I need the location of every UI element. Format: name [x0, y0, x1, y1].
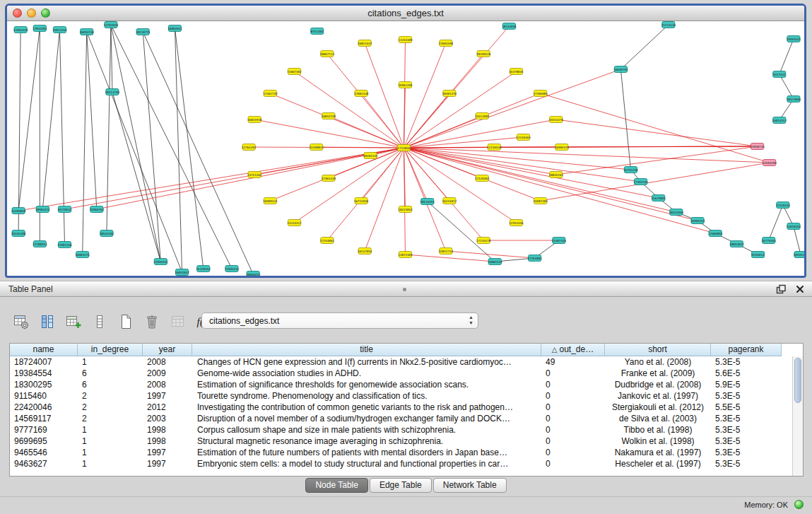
graph-node[interactable]: 17208943 — [33, 241, 47, 247]
graph-node[interactable]: 18903412 — [35, 206, 50, 213]
graph-node[interactable]: 16845918 — [247, 117, 262, 123]
float-panel-icon[interactable] — [775, 284, 786, 294]
graph-node[interactable]: 16648794 — [613, 66, 628, 73]
graph-node[interactable]: 9245012 — [752, 252, 765, 258]
graph-node[interactable]: 16715036 — [354, 198, 369, 204]
graph-node[interactable]: 15087305 — [534, 198, 548, 204]
table-settings-icon[interactable] — [11, 312, 31, 332]
close-window-button[interactable] — [13, 8, 22, 18]
graph-node[interactable]: 15590841 — [310, 144, 324, 151]
window-titlebar[interactable]: citations_edges.txt — [7, 6, 804, 21]
graph-node[interactable]: 15904763 — [90, 206, 105, 213]
tab-node-table[interactable]: Node Table — [305, 478, 368, 493]
graph-node[interactable]: 11056941 — [153, 259, 168, 265]
table-row[interactable]: 2242004622012Investigating the contribut… — [10, 402, 792, 413]
row-height-icon[interactable] — [90, 312, 110, 332]
tab-network-table[interactable]: Network Table — [433, 478, 507, 493]
memory-status-icon[interactable] — [794, 500, 804, 509]
graph-node[interactable]: 17210345 — [776, 202, 791, 209]
graph-node[interactable]: 18534454 — [420, 199, 435, 205]
graph-node[interactable]: 18694021 — [729, 241, 744, 247]
graph-node[interactable]: 19504321 — [787, 36, 801, 42]
graph-node[interactable]: 18390126 — [476, 51, 491, 57]
table-row[interactable]: 946554611997Estimation of the future num… — [10, 447, 792, 458]
graph-node[interactable]: 12764201 — [242, 144, 257, 151]
table-row[interactable]: 1938455462009Genome-wide association stu… — [10, 368, 792, 379]
graph-node[interactable]: 10802651 — [167, 25, 182, 32]
graph-node[interactable]: 15821734 — [439, 248, 454, 255]
graph-node[interactable]: 18224054 — [398, 206, 413, 213]
graph-node[interactable]: 15513902 — [475, 113, 490, 119]
graph-node[interactable]: 9227431 — [773, 71, 786, 78]
column-header-name[interactable]: name — [10, 344, 78, 356]
graph-node[interactable]: 16084120 — [488, 259, 502, 265]
graph-node[interactable]: 10945102 — [794, 252, 804, 258]
graph-node[interactable]: 17135278 — [476, 238, 491, 244]
table-row[interactable]: 977716911998Corpus callosum shape and si… — [10, 424, 792, 436]
graph-node[interactable]: 16779203 — [762, 238, 777, 244]
column-header-in_degree[interactable]: in_degree — [78, 344, 143, 356]
graph-node[interactable]: 18302145 — [363, 153, 378, 159]
graph-node[interactable]: 15679801 — [652, 195, 666, 201]
import-table-icon[interactable] — [168, 312, 188, 332]
graph-node[interactable]: 18301476 — [442, 90, 457, 97]
panel-drag-handle[interactable] — [403, 288, 406, 291]
graph-node[interactable]: 11254309 — [398, 37, 413, 43]
graph-node[interactable]: 11903420 — [13, 27, 28, 33]
graph-node[interactable]: 17485083 — [534, 90, 548, 97]
table-panel-header[interactable]: Table Panel — [0, 281, 812, 297]
table-row[interactable]: 1456911722003Disruption of a novel membe… — [10, 413, 792, 424]
graph-node[interactable]: 15958745 — [750, 144, 765, 150]
graph-node[interactable]: 14751262 — [247, 172, 262, 178]
graph-node[interactable]: 16909321 — [263, 198, 278, 204]
create-column-icon[interactable] — [64, 312, 83, 332]
table-source-select[interactable]: citations_edges.txt ▲▼ — [201, 313, 478, 329]
graph-node[interactable]: 18067114 — [320, 51, 335, 57]
tab-edge-table[interactable]: Edge Table — [370, 478, 432, 493]
graph-node[interactable]: 15234417 — [287, 220, 302, 226]
graph-node[interactable]: 16084275 — [76, 252, 90, 258]
graph-node[interactable]: 20513740 — [105, 89, 120, 95]
graph-node[interactable]: 8751304 — [311, 28, 324, 35]
graph-node[interactable]: 15513476 — [549, 117, 564, 123]
graph-node[interactable]: 16791250 — [623, 167, 638, 173]
new-table-icon[interactable] — [116, 312, 136, 332]
graph-node[interactable]: 12010354 — [787, 223, 801, 230]
graph-node[interactable]: 14702039 — [104, 22, 119, 28]
graph-node[interactable]: 18144036 — [502, 23, 517, 30]
graph-node[interactable]: 16824437 — [358, 40, 372, 47]
table-scrollbar[interactable] — [792, 356, 803, 476]
graph-node[interactable]: 15387426 — [552, 238, 567, 244]
graph-node[interactable]: 15724310 — [661, 22, 676, 28]
delete-table-icon[interactable] — [142, 312, 162, 332]
graph-node[interactable]: 25260850 — [11, 208, 26, 214]
network-view[interactable]: 1724056169094761883526115087305129543561… — [7, 21, 804, 276]
graph-node[interactable]: 16909476 — [555, 144, 570, 151]
graph-node[interactable]: 14872309 — [398, 252, 413, 258]
graph-node[interactable]: 13504209 — [763, 160, 777, 166]
graph-node[interactable]: 16842037 — [175, 269, 189, 276]
graph-node[interactable]: 16137054 — [358, 248, 372, 255]
table-row[interactable]: 1830029562008Estimation of significance … — [10, 379, 792, 390]
table-row[interactable]: 946362711997Embryonic stem cells: a mode… — [10, 458, 792, 469]
graph-node[interactable]: 17044301 — [33, 25, 47, 32]
graph-node[interactable]: 15812354 — [52, 27, 67, 33]
graph-node[interactable]: 18210775 — [136, 29, 151, 35]
column-header-out_de[interactable]: △out_de… — [541, 344, 605, 356]
graph-node[interactable]: 12116530 — [487, 144, 502, 151]
graph-node[interactable]: 17605894 — [708, 230, 723, 237]
graph-node[interactable]: 15310452 — [196, 266, 211, 272]
graph-node[interactable]: 16243017 — [442, 198, 457, 204]
graph-node[interactable]: 16478035 — [509, 69, 524, 75]
graph-node[interactable]: 17120463 — [475, 175, 490, 182]
table-row[interactable]: 1872400712008Changes of HCN gene express… — [10, 356, 792, 368]
close-panel-icon[interactable] — [794, 284, 805, 294]
column-header-title[interactable]: title — [192, 344, 541, 356]
graph-node[interactable]: 17604598 — [439, 40, 454, 47]
graph-node[interactable]: 16770541 — [57, 206, 72, 213]
graph-node[interactable]: 17604231 — [225, 266, 240, 272]
graph-node[interactable]: 18534102 — [100, 230, 114, 237]
graph-node[interactable]: 18960247 — [246, 271, 261, 276]
minimize-window-button[interactable] — [27, 8, 36, 18]
graph-node[interactable]: 17361749 — [263, 90, 278, 97]
